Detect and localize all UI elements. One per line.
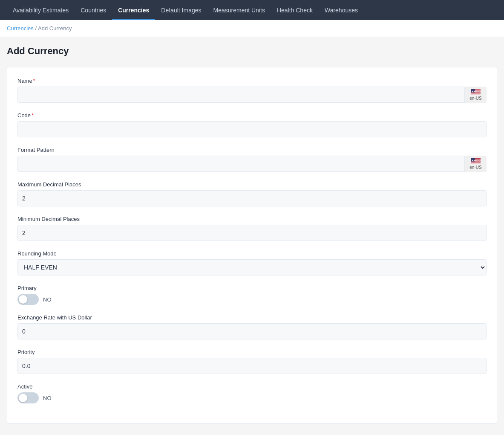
primary-toggle-row: NO xyxy=(17,294,487,305)
format-pattern-locale-badge[interactable]: ★★★ en-US xyxy=(464,156,487,172)
primary-label: Primary xyxy=(17,285,487,291)
max-decimal-input-wrapper xyxy=(17,190,487,206)
nav-item-measurement-units[interactable]: Measurement Units xyxy=(207,0,271,20)
format-pattern-label: Format Pattern xyxy=(17,147,487,153)
code-group: Code* xyxy=(17,112,487,137)
nav-item-countries[interactable]: Countries xyxy=(75,0,112,20)
svg-rect-7 xyxy=(471,92,481,93)
format-pattern-input-wrapper: ★★★ en-US xyxy=(17,156,487,172)
primary-toggle-slider xyxy=(17,294,39,305)
svg-rect-9 xyxy=(471,93,481,93)
active-label: Active xyxy=(17,383,487,390)
max-decimal-group: Maximum Decimal Places xyxy=(17,181,487,206)
rounding-mode-select[interactable]: HALF EVEN CEILING FLOOR UP DOWN HALF_UP … xyxy=(17,259,487,276)
top-nav: Availability Estimates Countries Currenc… xyxy=(0,0,504,20)
svg-rect-10 xyxy=(471,93,481,94)
priority-input[interactable] xyxy=(17,358,487,374)
svg-rect-22 xyxy=(471,161,481,162)
format-pattern-input[interactable] xyxy=(17,156,487,172)
name-label: Name* xyxy=(17,78,487,84)
code-input-wrapper xyxy=(17,121,487,137)
nav-item-health-check[interactable]: Health Check xyxy=(271,0,319,20)
rounding-mode-label: Rounding Mode xyxy=(17,250,487,257)
svg-text:★★★: ★★★ xyxy=(471,90,477,92)
active-group: Active NO xyxy=(17,383,487,403)
svg-rect-8 xyxy=(471,93,481,93)
exchange-rate-input[interactable] xyxy=(17,323,487,339)
svg-rect-27 xyxy=(471,163,481,164)
nav-item-availability-estimates[interactable]: Availability Estimates xyxy=(7,0,75,20)
priority-group: Priority xyxy=(17,349,487,374)
name-locale-text: en-US xyxy=(469,96,481,101)
max-decimal-input[interactable] xyxy=(17,190,487,206)
active-toggle-slider xyxy=(17,392,39,403)
breadcrumb: Currencies / Add Currency xyxy=(0,20,504,37)
exchange-rate-label: Exchange Rate with US Dollar xyxy=(17,314,487,321)
svg-rect-24 xyxy=(471,162,481,162)
name-input[interactable] xyxy=(17,87,487,103)
form-card: Name* xyxy=(7,67,497,423)
priority-input-wrapper xyxy=(17,358,487,374)
code-input[interactable] xyxy=(17,121,487,137)
svg-rect-26 xyxy=(471,163,481,163)
priority-label: Priority xyxy=(17,349,487,355)
nav-item-warehouses[interactable]: Warehouses xyxy=(319,0,364,20)
exchange-rate-group: Exchange Rate with US Dollar xyxy=(17,314,487,339)
svg-rect-23 xyxy=(471,162,481,162)
max-decimal-label: Maximum Decimal Places xyxy=(17,181,487,188)
svg-rect-25 xyxy=(471,162,481,163)
exchange-rate-input-wrapper xyxy=(17,323,487,339)
primary-group: Primary NO xyxy=(17,285,487,305)
active-toggle-row: NO xyxy=(17,392,487,403)
format-pattern-locale-text: en-US xyxy=(469,165,481,170)
active-toggle[interactable] xyxy=(17,392,39,403)
breadcrumb-current: Add Currency xyxy=(38,25,72,32)
primary-toggle[interactable] xyxy=(17,294,39,305)
rounding-mode-group: Rounding Mode HALF EVEN CEILING FLOOR UP… xyxy=(17,250,487,276)
svg-rect-11 xyxy=(471,94,481,94)
nav-item-currencies[interactable]: Currencies xyxy=(112,0,155,20)
svg-text:★★★: ★★★ xyxy=(471,159,477,161)
name-locale-badge[interactable]: ★★★ en-US xyxy=(464,87,487,103)
nav-item-default-images[interactable]: Default Images xyxy=(155,0,207,20)
active-toggle-label: NO xyxy=(43,395,52,401)
breadcrumb-parent[interactable]: Currencies xyxy=(7,25,34,32)
min-decimal-input-wrapper xyxy=(17,225,487,241)
primary-toggle-label: NO xyxy=(43,296,52,303)
format-pattern-group: Format Pattern xyxy=(17,147,487,172)
page-title: Add Currency xyxy=(7,46,497,57)
svg-rect-12 xyxy=(471,94,481,95)
min-decimal-group: Minimum Decimal Places xyxy=(17,216,487,241)
name-input-wrapper: ★★★ en-US xyxy=(17,87,487,103)
min-decimal-label: Minimum Decimal Places xyxy=(17,216,487,222)
page-content: Add Currency Name* xyxy=(0,37,504,435)
name-group: Name* xyxy=(17,78,487,103)
min-decimal-input[interactable] xyxy=(17,225,487,241)
code-label: Code* xyxy=(17,112,487,119)
